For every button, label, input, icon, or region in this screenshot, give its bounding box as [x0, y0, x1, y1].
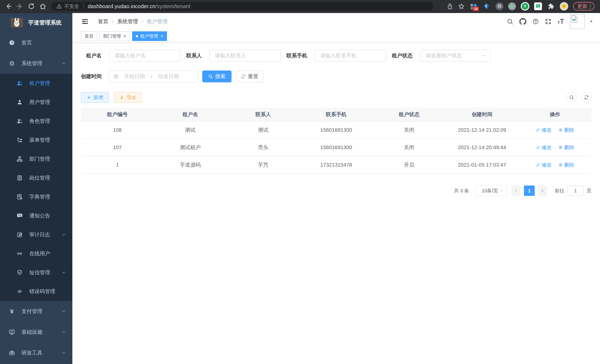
- forward-icon[interactable]: [14, 1, 26, 11]
- date-range-separator: -: [150, 74, 153, 79]
- status-label: 租户状态: [392, 52, 412, 59]
- security-label[interactable]: 不安全: [64, 3, 79, 10]
- trash-icon: [558, 145, 563, 150]
- status-value: 关闭: [373, 121, 446, 139]
- sidebar-item-notice[interactable]: 通知公告: [0, 206, 72, 225]
- chrome-menu-icon[interactable]: [590, 4, 591, 9]
- prev-page-button[interactable]: [512, 186, 521, 196]
- chevron-down-icon: [61, 330, 66, 335]
- monitor-icon: [8, 329, 16, 335]
- start-date-input[interactable]: [119, 74, 150, 79]
- sidebar-item-role[interactable]: 角色管理: [0, 112, 72, 131]
- col-tenant-id: 租户编号: [81, 108, 154, 121]
- plus-icon: [86, 95, 91, 100]
- export-button[interactable]: 导出: [114, 92, 142, 103]
- breadcrumb-home[interactable]: 首页: [98, 18, 108, 25]
- sidebar-item-post[interactable]: 岗位管理: [0, 168, 72, 187]
- reload-icon[interactable]: [26, 1, 37, 11]
- sidebar-collapse-icon[interactable]: [81, 18, 89, 25]
- status-select[interactable]: 请选择租户状态: [420, 50, 490, 62]
- tenant-name-input[interactable]: [109, 50, 181, 62]
- reset-button[interactable]: 重置: [236, 71, 263, 82]
- page-1-button[interactable]: 1: [524, 186, 535, 196]
- extension-recorder-icon[interactable]: [508, 2, 516, 10]
- font-size-icon[interactable]: TT: [558, 18, 564, 25]
- mobile-input[interactable]: [315, 50, 386, 62]
- header-search-icon[interactable]: [507, 18, 513, 25]
- tenant-name-label: 租户名: [81, 52, 102, 59]
- refresh-table-icon[interactable]: [581, 92, 591, 103]
- sidebar-item-user[interactable]: 用户管理: [0, 93, 72, 112]
- edit-link[interactable]: 修改: [536, 162, 552, 168]
- help-icon[interactable]: [532, 18, 539, 25]
- sidebar-item-payment[interactable]: ¥ 支付管理: [0, 301, 72, 322]
- extension-chat-icon[interactable]: [534, 2, 542, 10]
- add-button[interactable]: 新增: [81, 92, 109, 103]
- sidebar-item-tenant[interactable]: 租户管理: [0, 74, 72, 93]
- chevron-up-icon: [61, 61, 66, 66]
- sidebar-item-devtools[interactable]: 研发工具: [0, 343, 72, 363]
- back-icon[interactable]: [3, 1, 14, 11]
- close-icon[interactable]: ×: [161, 34, 163, 38]
- delete-link[interactable]: 删除: [558, 144, 574, 151]
- date-range-picker[interactable]: -: [109, 71, 198, 82]
- sidebar-item-dept[interactable]: 部门管理: [0, 149, 72, 168]
- breadcrumb-system[interactable]: 系统管理: [117, 18, 138, 25]
- app-logo-row[interactable]: 芋道管理系统: [0, 13, 72, 32]
- search-button[interactable]: 搜索: [202, 71, 232, 82]
- extensions-puzzle-icon[interactable]: [547, 2, 555, 10]
- sidebar-item-audit-log[interactable]: 审计日志: [0, 225, 72, 244]
- shield-check-icon: [16, 269, 23, 276]
- extension-kite-icon[interactable]: [483, 2, 491, 10]
- main-area: 首页 / 系统管理 / 租户管理 TT: [72, 13, 600, 364]
- sidebar-item-dict[interactable]: 字典管理: [0, 187, 72, 206]
- tab-tenant[interactable]: 租户管理 ×: [132, 31, 167, 41]
- contact-input[interactable]: [209, 50, 281, 62]
- delete-link[interactable]: 删除: [558, 162, 574, 168]
- avatar-caret-icon[interactable]: [589, 19, 593, 24]
- page-size-select[interactable]: 10条/页: [475, 185, 507, 196]
- sidebar-item-system[interactable]: ⚙ 系统管理: [0, 53, 72, 74]
- extension-tag-manager-icon[interactable]: 10: [469, 2, 478, 10]
- bookmark-star-icon[interactable]: [458, 3, 465, 10]
- sidebar-item-infra[interactable]: 基础设施: [0, 322, 72, 343]
- extension-command-icon[interactable]: ⌘: [496, 2, 503, 10]
- end-date-input[interactable]: [153, 74, 184, 79]
- url-path: /system/tenant: [155, 3, 190, 9]
- sidebar-item-online-users[interactable]: 在线用户: [0, 244, 72, 263]
- page-unit-label: 页: [587, 187, 591, 194]
- url-divider: [83, 4, 84, 9]
- address-bar[interactable]: 不安全 dashboard.yudao.iocoder.cn/system/te…: [51, 2, 433, 11]
- fullscreen-icon[interactable]: [545, 18, 552, 25]
- pencil-icon: [536, 163, 540, 167]
- home-icon[interactable]: [37, 1, 49, 11]
- status-value: 开启: [373, 156, 446, 174]
- site-warning-icon[interactable]: [56, 3, 62, 9]
- edit-link[interactable]: 修改: [536, 144, 552, 151]
- next-page-button[interactable]: [538, 186, 547, 196]
- sidebar-item-sms[interactable]: 短信管理: [0, 263, 72, 282]
- edit-link[interactable]: 修改: [536, 127, 552, 133]
- share-icon[interactable]: [447, 3, 453, 10]
- extension-y-icon[interactable]: Y: [521, 2, 529, 10]
- url-text[interactable]: dashboard.yudao.iocoder.cn/system/tenant: [88, 3, 190, 9]
- avatar[interactable]: [570, 14, 585, 29]
- col-created: 创建时间: [446, 108, 519, 121]
- toggle-search-icon[interactable]: [567, 92, 577, 103]
- toolbox-icon: [8, 350, 16, 356]
- badge-icon: [16, 175, 23, 181]
- close-icon[interactable]: ×: [123, 34, 126, 38]
- sidebar-item-error-code[interactable]: 错误码管理: [0, 282, 72, 301]
- sidebar-item-menu[interactable]: 菜单管理: [0, 131, 72, 149]
- chrome-update-button[interactable]: 更新: [573, 2, 594, 10]
- update-label: 更新: [577, 3, 587, 10]
- tab-home[interactable]: 首页: [81, 31, 97, 41]
- delete-link[interactable]: 删除: [558, 127, 574, 133]
- extension-emoji-icon[interactable]: [560, 2, 568, 10]
- menu-tree-icon: [16, 137, 23, 143]
- tab-dept[interactable]: 部门管理 ×: [99, 31, 130, 41]
- github-icon[interactable]: [519, 18, 526, 25]
- goto-page-input[interactable]: [567, 186, 584, 196]
- refresh-icon: [241, 74, 246, 79]
- sidebar-item-home[interactable]: 首页: [0, 32, 72, 53]
